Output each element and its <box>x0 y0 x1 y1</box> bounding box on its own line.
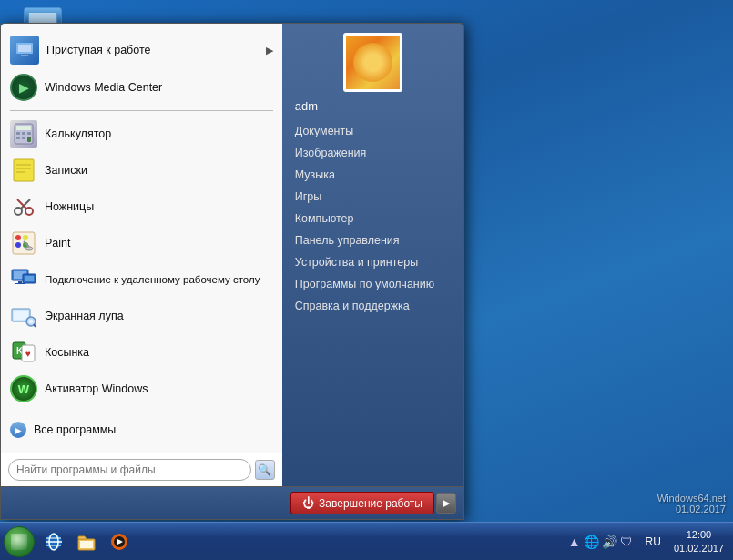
right-item-control-panel[interactable]: Панель управления <box>282 229 463 251</box>
solitaire-icon: K ♥ <box>10 339 37 366</box>
taskbar: ▲ 🌐 🔊 🛡 RU 12:00 01.02.2017 <box>0 522 733 560</box>
rdp-label: Подключение к удаленному рабочему столу <box>45 274 273 285</box>
svg-point-21 <box>23 235 28 240</box>
start-menu-right: adm Документы Изображения Музыка Игры Ко… <box>282 24 463 486</box>
shutdown-arrow-button[interactable]: ▶ <box>436 493 456 514</box>
svg-rect-7 <box>27 132 31 135</box>
magnifier-label: Экранная лупа <box>45 310 273 322</box>
svg-rect-28 <box>18 281 22 283</box>
taskbar-icon-media[interactable] <box>104 526 135 557</box>
svg-rect-47 <box>80 541 93 548</box>
all-programs-arrow-icon: ▶ <box>10 422 26 438</box>
svg-rect-1 <box>18 45 31 52</box>
menu-item-scissors[interactable]: Ножницы <box>1 188 282 225</box>
notes-icon <box>10 157 37 184</box>
right-item-music[interactable]: Музыка <box>282 164 463 186</box>
tray-icon-volume[interactable]: 🔊 <box>602 535 617 549</box>
scissors-label: Ножницы <box>45 200 273 213</box>
shutdown-button[interactable]: ⏻ Завершение работы <box>290 492 434 514</box>
menu-item-getting-started[interactable]: Приступая к работе ▶ <box>1 31 282 69</box>
menu-item-notes[interactable]: Записки <box>1 152 282 188</box>
search-box: 🔍 <box>1 453 282 486</box>
taskbar-language[interactable]: RU <box>642 535 665 548</box>
clock-time: 12:00 <box>674 528 724 541</box>
menu-item-paint[interactable]: Paint <box>1 225 282 261</box>
tray-icon-arrow[interactable]: ▲ <box>568 535 581 549</box>
menu-divider-2 <box>10 412 273 412</box>
taskbar-right: ▲ 🌐 🔊 🛡 RU 12:00 01.02.2017 <box>563 528 729 555</box>
svg-text:♥: ♥ <box>25 349 31 359</box>
menu-item-solitaire[interactable]: K ♥ Косынка <box>1 334 282 371</box>
search-button[interactable]: 🔍 <box>255 460 275 480</box>
notes-svg <box>11 158 36 183</box>
clock-date: 01.02.2017 <box>674 542 724 555</box>
svg-point-22 <box>15 242 21 248</box>
paint-svg <box>11 230 36 256</box>
taskbar-pinned-icons <box>38 526 135 557</box>
svg-point-16 <box>25 208 33 215</box>
menu-item-rdp[interactable]: Подключение к удаленному рабочему столу <box>1 261 282 298</box>
getting-started-arrow: ▶ <box>266 45 273 56</box>
scissors-icon <box>10 193 37 220</box>
tray-icon-network[interactable]: 🌐 <box>584 535 599 549</box>
right-item-devices[interactable]: Устройства и принтеры <box>282 251 463 273</box>
activator-icon: W <box>10 375 37 402</box>
right-menu-items: Документы Изображения Музыка Игры Компью… <box>282 120 463 317</box>
right-item-computer[interactable]: Компьютер <box>282 208 463 229</box>
svg-rect-33 <box>14 311 28 320</box>
right-item-documents[interactable]: Документы <box>282 120 463 142</box>
start-menu-bottom: ⏻ Завершение работы ▶ <box>1 486 463 519</box>
menu-item-media-center[interactable]: ▶ Windows Media Center <box>1 69 282 106</box>
rdp-svg <box>11 267 36 292</box>
magnifier-icon <box>10 302 37 330</box>
media-player-icon <box>109 532 129 552</box>
svg-rect-11 <box>14 159 34 181</box>
power-icon: ⏻ <box>302 496 314 510</box>
taskbar-clock[interactable]: 12:00 01.02.2017 <box>668 528 729 555</box>
system-tray: ▲ 🌐 🔊 🛡 <box>563 535 638 549</box>
svg-rect-6 <box>22 132 25 135</box>
all-programs-item[interactable]: ▶ Все программы <box>1 417 282 445</box>
all-programs-label: Все программы <box>34 423 116 436</box>
right-item-games[interactable]: Игры <box>282 186 463 208</box>
right-item-default-programs[interactable]: Программы по умолчанию <box>282 273 463 295</box>
right-item-images[interactable]: Изображения <box>282 142 463 164</box>
start-menu-left: Приступая к работе ▶ ▶ Windows Media Cen… <box>1 24 282 486</box>
svg-rect-4 <box>16 126 31 130</box>
svg-rect-2 <box>21 55 28 56</box>
search-input[interactable] <box>8 459 251 481</box>
taskbar-icon-explorer[interactable] <box>71 526 102 557</box>
right-item-help[interactable]: Справка и поддержка <box>282 295 463 317</box>
svg-point-24 <box>25 247 33 250</box>
calculator-icon <box>10 120 37 148</box>
menu-item-calculator[interactable]: Калькулятор <box>1 116 282 152</box>
taskbar-icon-ie[interactable] <box>38 526 69 557</box>
paint-icon <box>10 229 37 257</box>
activator-label: Активатор Windows <box>45 382 273 395</box>
scissors-svg <box>12 195 36 219</box>
menu-item-activator[interactable]: W Активатор Windows <box>1 371 282 407</box>
menu-item-magnifier[interactable]: Экранная лупа <box>1 298 282 334</box>
start-orb[interactable] <box>4 526 35 557</box>
watermark-line1: Windows64.net <box>657 493 726 504</box>
solitaire-svg: K ♥ <box>11 340 36 365</box>
desktop: Компьютер Приступая <box>0 0 733 560</box>
getting-started-icon <box>10 36 39 65</box>
start-menu-main: Приступая к работе ▶ ▶ Windows Media Cen… <box>1 24 463 486</box>
tray-icon-security[interactable]: 🛡 <box>620 535 633 549</box>
user-avatar <box>343 33 402 92</box>
solitaire-label: Косынка <box>45 346 273 359</box>
svg-rect-31 <box>25 276 34 281</box>
svg-line-36 <box>34 324 36 327</box>
svg-rect-10 <box>27 137 31 142</box>
explorer-icon <box>76 532 97 552</box>
activator-symbol: W <box>18 382 29 396</box>
calculator-label: Калькулятор <box>45 127 273 140</box>
username: adm <box>282 99 463 120</box>
getting-started-svg <box>15 40 35 60</box>
calc-svg <box>12 122 36 146</box>
getting-started-label: Приступая к работе <box>46 44 266 56</box>
svg-rect-9 <box>22 137 25 139</box>
media-center-icon: ▶ <box>10 74 37 101</box>
shutdown-label: Завершение работы <box>319 497 422 510</box>
